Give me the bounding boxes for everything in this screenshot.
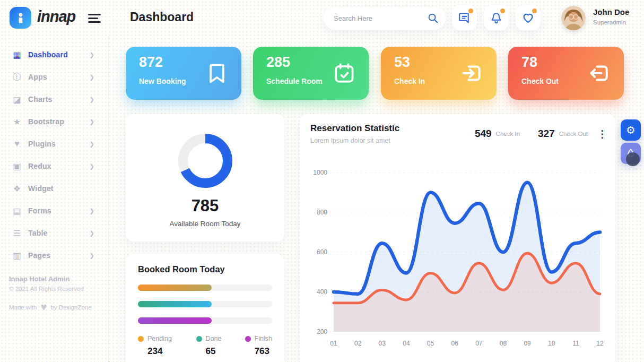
favorites-button[interactable]	[516, 5, 541, 30]
svg-text:10: 10	[548, 340, 555, 347]
stat-value: 285	[266, 54, 290, 71]
sidebar-item-label: Bootstrap	[28, 117, 64, 126]
sidebar-item-label: Pages	[28, 251, 50, 260]
sidebar-footer-copyright: © 2021 All Rights Reserved	[9, 286, 105, 292]
chevron-right-icon	[90, 74, 94, 81]
svg-text:03: 03	[379, 340, 386, 347]
stat-label: Check Out	[521, 77, 559, 85]
check-in-total-label: Check In	[496, 131, 520, 137]
sign-in-icon	[460, 62, 484, 85]
reservation-area-chart: 1000800600400200010203040506070809101112	[310, 161, 605, 350]
sidebar-item-label: Forms	[28, 206, 51, 215]
gear-icon: ⚙	[626, 124, 636, 136]
progress-bar-finish	[138, 317, 272, 324]
check-out-total: 327 Check Out	[538, 128, 588, 140]
svg-text:02: 02	[354, 340, 362, 347]
sidebar-item-table[interactable]: ☰Table	[0, 222, 108, 244]
svg-text:400: 400	[317, 288, 327, 296]
chevron-right-icon	[90, 118, 94, 125]
sidebar-item-pages[interactable]: ▥Pages	[0, 244, 108, 266]
messages-button[interactable]	[452, 5, 477, 30]
available-room-card: 785 Available Room Today	[126, 114, 284, 242]
booked-room-title: Booked Room Today	[138, 264, 272, 274]
plugins-icon: ♥	[12, 139, 22, 149]
stat-label: Schedule Room	[266, 77, 323, 85]
stat-value: 53	[394, 54, 410, 71]
pending-dot-icon	[138, 336, 144, 342]
menu-toggle-icon[interactable]	[88, 14, 101, 25]
stat-label: New Booking	[139, 77, 186, 85]
chevron-right-icon	[90, 230, 94, 237]
stat-card-check-out: 78 Check Out	[508, 47, 624, 100]
sidebar: ▦DashboardⓘApps◪Charts★Bootstrap♥Plugins…	[0, 36, 109, 362]
notification-badge	[532, 8, 537, 13]
svg-text:800: 800	[317, 209, 327, 216]
heart-icon	[521, 11, 535, 24]
legend-pending: Pending 234	[138, 335, 196, 357]
progress-bar-pending	[138, 285, 272, 291]
sidebar-item-forms[interactable]: ▤Forms	[0, 200, 108, 222]
svg-text:04: 04	[403, 340, 410, 347]
booked-room-card: Booked Room Today Pending 234 Done 65 Fi…	[126, 254, 284, 362]
booked-room-legend: Pending 234 Done 65 Finish 763	[138, 335, 272, 357]
notification-badge	[468, 8, 473, 13]
sidebar-item-label: Redux	[28, 162, 51, 170]
app-logo[interactable]	[10, 7, 31, 29]
chart-subtitle: Lorem ipsum dolor sit amet	[310, 137, 390, 144]
sidebar-item-charts[interactable]: ◪Charts	[0, 88, 108, 110]
sidebar-item-dashboard[interactable]: ▦Dashboard	[0, 44, 108, 66]
done-dot-icon	[196, 336, 202, 342]
user-role: Superadmin	[593, 19, 626, 25]
sidebar-item-label: Dashboard	[28, 50, 68, 59]
reservation-statistic-card: Reservation Statistic Lorem ipsum dolor …	[300, 114, 615, 362]
sidebar-item-bootstrap[interactable]: ★Bootstrap	[0, 110, 108, 133]
chart-title: Reservation Statistic	[310, 123, 399, 134]
search-bar	[324, 7, 446, 30]
chart-header-stats: 549 Check In 327 Check Out	[475, 128, 588, 140]
avatar[interactable]	[561, 6, 586, 30]
chevron-right-icon	[90, 163, 94, 170]
bootstrap-icon: ★	[12, 117, 22, 127]
legend-value: 234	[138, 346, 196, 357]
chevron-right-icon	[90, 51, 94, 58]
bookmark-icon	[205, 62, 229, 85]
chevron-right-icon	[90, 141, 94, 148]
check-in-total: 549 Check In	[475, 128, 520, 140]
dashboard-icon: ▦	[12, 50, 22, 60]
notifications-button[interactable]	[484, 5, 509, 30]
svg-text:07: 07	[475, 340, 483, 347]
calendar-check-icon	[333, 62, 356, 85]
chevron-right-icon	[90, 252, 94, 259]
search-icon[interactable]	[427, 12, 439, 24]
credit-link[interactable]: by DexignZone	[50, 304, 91, 311]
available-room-value: 785	[126, 196, 284, 216]
sidebar-item-redux[interactable]: ▣Redux	[0, 155, 108, 177]
svg-text:1000: 1000	[313, 169, 327, 176]
kebab-menu-icon[interactable]	[597, 128, 607, 142]
svg-text:01: 01	[330, 340, 337, 347]
check-out-total-value: 327	[538, 128, 555, 140]
sidebar-item-label: Table	[28, 229, 48, 237]
sidebar-item-label: Apps	[28, 73, 47, 81]
chevron-right-icon	[90, 96, 94, 103]
sidebar-footer-credit: Made with ♥ by DexignZone	[9, 301, 105, 313]
progress-fill	[138, 285, 212, 291]
stat-card-check-in: 53 Check In	[381, 47, 497, 100]
available-room-label: Available Room Today	[126, 220, 284, 228]
table-icon: ☰	[12, 228, 22, 238]
charts-icon: ◪	[12, 94, 22, 105]
bell-icon	[490, 11, 503, 24]
widget-icon: ❖	[12, 184, 22, 194]
chat-icon	[458, 11, 471, 24]
stat-card-schedule-room: 285 Schedule Room	[253, 47, 369, 100]
settings-button[interactable]: ⚙	[621, 119, 641, 141]
svg-text:11: 11	[572, 340, 579, 347]
sidebar-item-plugins[interactable]: ♥Plugins	[0, 133, 108, 155]
innap-logo-icon	[14, 12, 27, 24]
sidebar-item-apps[interactable]: ⓘApps	[0, 66, 108, 88]
user-name: John Doe	[593, 7, 629, 16]
legend-label: Finish	[255, 335, 272, 342]
legend-label: Pending	[147, 335, 172, 342]
sidebar-footer-title: Innap Hotel Admin	[9, 275, 105, 283]
sidebar-item-widget[interactable]: ❖Widget	[0, 177, 108, 200]
